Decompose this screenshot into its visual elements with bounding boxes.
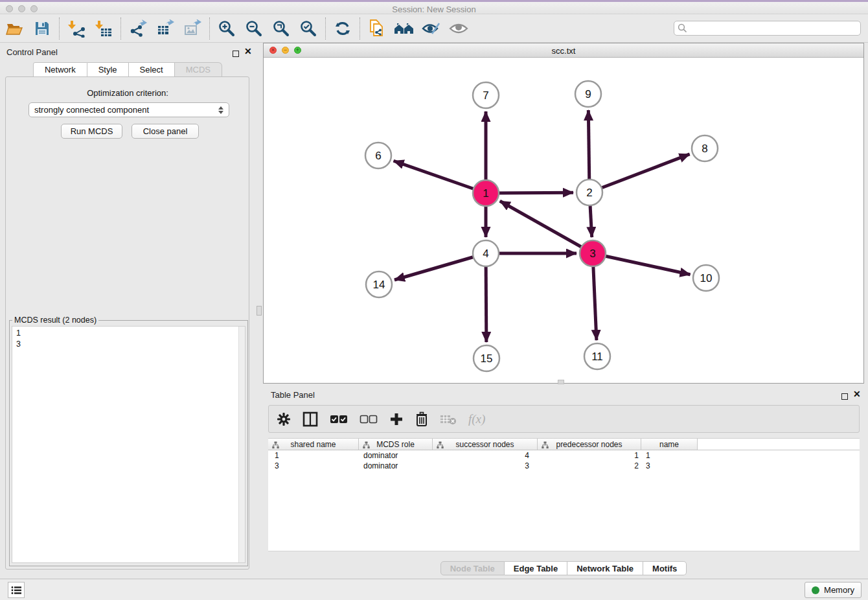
result-scrollbar[interactable] <box>238 327 245 562</box>
optimization-criterion-label: Optimization criterion: <box>0 88 255 98</box>
delete-table-button[interactable] <box>440 410 457 429</box>
window-title: Session: New Session <box>0 5 868 14</box>
graph-node-2[interactable]: 2 <box>577 179 602 205</box>
trash-icon <box>415 411 428 427</box>
save-session-button[interactable] <box>29 16 56 41</box>
function-builder-button[interactable]: f(x) <box>468 410 485 429</box>
graph-edge-2-8[interactable] <box>589 154 690 192</box>
table-cell[interactable]: 3 <box>433 461 538 471</box>
clone-network-button[interactable] <box>363 16 391 41</box>
tab-style[interactable]: Style <box>87 62 129 77</box>
graph-node-9[interactable]: 9 <box>575 81 601 107</box>
float-panel-icon[interactable] <box>233 48 239 60</box>
show-column-panel-button[interactable] <box>303 410 318 429</box>
criterion-dropdown[interactable]: strongly connected component <box>29 102 229 117</box>
open-session-button[interactable] <box>1 16 29 41</box>
table-cell[interactable]: 3 <box>268 461 359 471</box>
table-row[interactable]: 1dominator411 <box>268 450 860 461</box>
table-cell[interactable]: 1 <box>641 450 698 461</box>
network-window-title: scc.txt <box>264 46 863 56</box>
list-icon <box>11 586 21 595</box>
column-header-predecessor-nodes[interactable]: predecessor nodes <box>538 439 641 450</box>
status-bar: Memory <box>0 579 868 600</box>
dropdown-stepper-icon <box>218 106 223 114</box>
select-all-icon <box>330 415 348 424</box>
gear-icon <box>277 412 291 426</box>
memory-status-dot <box>812 586 819 594</box>
tab-network[interactable]: Network <box>33 62 87 77</box>
tab-edge-table[interactable]: Edge Table <box>505 561 567 575</box>
close-table-panel-icon[interactable]: ✕ <box>853 391 861 397</box>
search-input[interactable] <box>687 22 860 34</box>
graph-node-8[interactable]: 8 <box>692 135 718 161</box>
column-header-name[interactable]: name <box>641 439 698 450</box>
zoom-in-icon <box>218 19 236 38</box>
graph-node-11[interactable]: 11 <box>584 343 610 369</box>
apply-layout-button[interactable] <box>329 16 356 41</box>
column-header-MCDS-role[interactable]: MCDS role <box>359 439 433 450</box>
import-network-button[interactable] <box>63 16 90 41</box>
mcds-result-list[interactable]: 1 3 <box>12 326 246 563</box>
show-preview-button[interactable] <box>445 16 472 41</box>
select-all-rows-button[interactable] <box>330 410 348 429</box>
show-task-history-button[interactable] <box>8 582 25 598</box>
table-cell[interactable]: 2 <box>538 461 641 471</box>
graph-node-14[interactable]: 14 <box>366 271 392 297</box>
table-panel: Table Panel ✕ <box>263 386 864 575</box>
import-table-button[interactable] <box>90 16 117 41</box>
tab-mcds[interactable]: MCDS <box>175 62 222 77</box>
graph-node-label: 11 <box>591 351 603 363</box>
node-table-header: shared nameMCDS rolesuccessor nodesprede… <box>268 438 860 450</box>
table-row[interactable]: 3dominator323 <box>268 461 860 471</box>
control-panel: Control Panel ✕ Network Style Select MCD… <box>0 43 255 579</box>
mcds-result-box: MCDS result (2 nodes) 1 3 <box>9 320 248 566</box>
graph-node-10[interactable]: 10 <box>693 265 719 291</box>
memory-button[interactable]: Memory <box>805 582 862 598</box>
export-table-button[interactable] <box>152 16 179 41</box>
table-panel-title: Table Panel <box>271 390 315 400</box>
network-canvas[interactable]: 1234678910111415 <box>264 58 863 384</box>
graph-node-15[interactable]: 15 <box>474 345 499 371</box>
deselect-all-rows-button[interactable] <box>360 410 378 429</box>
hide-panels-button[interactable] <box>418 16 445 41</box>
export-image-button[interactable] <box>179 16 206 41</box>
tab-select[interactable]: Select <box>129 62 175 77</box>
table-cell[interactable]: 1 <box>268 450 359 461</box>
table-cell[interactable]: 1 <box>538 450 641 461</box>
close-panel-icon[interactable]: ✕ <box>244 48 252 54</box>
table-cell[interactable]: dominator <box>359 450 433 461</box>
network-overview-button[interactable] <box>391 16 418 41</box>
zoom-out-button[interactable] <box>240 16 268 41</box>
export-network-button[interactable] <box>124 16 152 41</box>
run-mcds-button[interactable]: Run MCDS <box>61 124 122 139</box>
tab-network-table[interactable]: Network Table <box>567 561 643 575</box>
float-table-panel-icon[interactable] <box>841 391 848 402</box>
graph-node-1[interactable]: 1 <box>473 180 499 206</box>
zoom-selected-button[interactable] <box>295 16 322 41</box>
add-column-button[interactable] <box>389 410 404 429</box>
zoom-fit-icon <box>272 19 290 38</box>
graph-edge-3-1[interactable] <box>500 201 593 253</box>
graph-node-7[interactable]: 7 <box>473 82 499 108</box>
graph-node-6[interactable]: 6 <box>365 143 391 168</box>
delete-column-button[interactable] <box>415 410 428 429</box>
table-settings-button[interactable] <box>277 410 291 429</box>
graph-edge-3-10[interactable] <box>593 253 691 275</box>
column-header-shared-name[interactable]: shared name <box>268 439 359 450</box>
column-header-successor-nodes[interactable]: successor nodes <box>433 439 538 450</box>
zoom-in-button[interactable] <box>213 16 240 41</box>
graph-edge-1-6[interactable] <box>394 161 486 193</box>
panel-splitter-handle[interactable] <box>257 306 262 316</box>
network-resize-handle[interactable] <box>558 380 564 384</box>
zoom-fit-button[interactable] <box>268 16 295 41</box>
table-cell[interactable]: 3 <box>641 461 698 471</box>
tab-motifs[interactable]: Motifs <box>643 561 687 575</box>
graph-node-3[interactable]: 3 <box>580 240 606 266</box>
table-cell[interactable]: 4 <box>433 450 538 461</box>
close-panel-button[interactable]: Close panel <box>131 124 199 139</box>
graph-edge-4-14[interactable] <box>394 253 486 280</box>
table-panel-tabs: Node Table Edge Table Network Table Moti… <box>263 561 864 575</box>
tab-node-table[interactable]: Node Table <box>440 561 505 575</box>
graph-node-4[interactable]: 4 <box>473 240 499 266</box>
table-cell[interactable]: dominator <box>359 461 433 471</box>
